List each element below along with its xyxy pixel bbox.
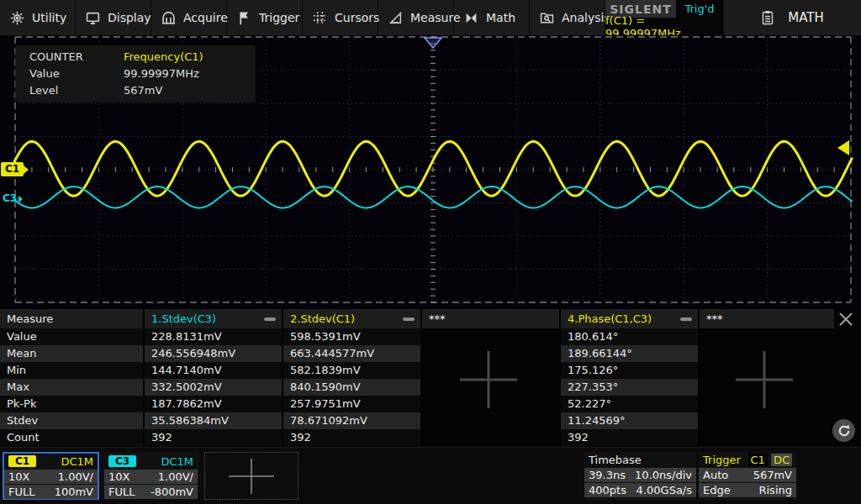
channel-c1-attenuation: 10X — [8, 470, 29, 483]
channel-c1-coupling: DC1M — [61, 455, 93, 468]
menu-acquire[interactable]: Acquire — [151, 0, 227, 35]
counter-title: COUNTER — [15, 50, 124, 63]
add-channel-box[interactable] — [204, 452, 298, 500]
remove-measure-icon[interactable] — [680, 318, 692, 321]
channel-c3-attenuation: 10X — [108, 470, 129, 483]
measure-cell: 228.8131mV — [145, 328, 282, 345]
math-shortcut-label: MATH — [788, 10, 823, 25]
measure-row-label: Value — [0, 328, 143, 345]
measure-column-label: 2.Stdev(C1) — [290, 309, 355, 328]
measure-cell — [422, 429, 559, 446]
measure-cell: 663.444577mV — [283, 345, 420, 362]
reset-statistics-icon[interactable] — [832, 419, 855, 442]
oscilloscope-screen: { "colors": { "yellow": "#e8e800", "cyan… — [0, 0, 861, 504]
measure-cell: 187.7862mV — [145, 396, 282, 412]
timebase-delay: 39.3ns — [589, 469, 626, 481]
measure-column-header-4[interactable]: 4.Phase(C1,C3) — [561, 309, 698, 328]
gear-icon — [10, 11, 24, 25]
measure-cell: 840.1590mV — [283, 379, 420, 396]
measure-row-label: Min — [0, 362, 143, 379]
menu-label: Display — [108, 11, 151, 24]
menu-display[interactable]: Display — [76, 0, 151, 35]
close-measure-icon[interactable] — [837, 310, 855, 328]
measure-icon — [388, 11, 403, 25]
measure-column-label: 4.Phase(C1,C3) — [568, 309, 652, 328]
measure-row-label: Stdev — [0, 412, 143, 429]
menu-math-shortcut[interactable]: MATH — [723, 0, 861, 35]
menu-trigger[interactable]: Trigger — [227, 0, 303, 35]
remove-measure-icon[interactable] — [264, 318, 276, 321]
timebase-sample-rate: 4.00GSa/s — [637, 484, 692, 496]
measure-column-header-1[interactable]: 1.Stdev(C3) — [145, 309, 282, 328]
channel-c3-box[interactable]: C3 DC1M 10X 1.00V/ FULL -800mV — [103, 452, 199, 500]
measure-panel: Measure1.Stdev(C3)2.Stdev(C1)***4.Phase(… — [0, 309, 861, 447]
measure-cell: 392 — [145, 429, 282, 446]
measure-header-label: Measure — [0, 309, 143, 328]
counter-row-value: 99.99997MHz — [124, 67, 199, 80]
timebase-box[interactable]: Timebase 39.3ns 10.0ns/div 400pts 4.00GS… — [584, 452, 696, 500]
channel-c3-scale: 1.00V/ — [158, 470, 193, 483]
measure-cell — [700, 412, 834, 429]
clipboard-icon — [761, 10, 774, 25]
measure-column-header-2[interactable]: 2.Stdev(C1) — [283, 309, 420, 328]
math-icon — [464, 11, 478, 25]
menu-analysis[interactable]: Analysis — [530, 0, 605, 35]
cursors-icon — [313, 11, 327, 25]
waveform-display: COUNTER Frequency(C1) Value 99.99997MHz … — [0, 35, 861, 309]
channel-c1-offset: 100mV — [55, 486, 93, 498]
menu-label: Measure — [410, 11, 461, 24]
channel-c3-bandwidth: FULL — [108, 486, 135, 498]
measure-cell: 78.671092mV — [283, 412, 420, 429]
measure-cell: 189.66144° — [561, 345, 698, 362]
plus-icon — [227, 457, 276, 496]
channel-c1-box[interactable]: C1 DC1M 10X 1.00V/ FULL 100mV — [3, 452, 99, 500]
measure-cell: 257.9751mV — [283, 396, 420, 412]
measure-column-header-5[interactable]: *** — [700, 309, 834, 328]
measure-column-header-3[interactable]: *** — [422, 309, 559, 328]
channel-c1-position-marker[interactable]: C1 — [1, 162, 29, 176]
counter-row-label: Value — [15, 67, 124, 80]
measure-cell: 598.5391mV — [283, 328, 420, 345]
menu-math[interactable]: Math — [454, 0, 530, 35]
measure-cell: 392 — [283, 429, 420, 446]
channel-c1-badge: C1 — [8, 455, 36, 467]
measure-cell: 52.227° — [561, 396, 698, 412]
counter-frequency-readout: f(C1) = 99.99997MHz — [605, 18, 723, 35]
measure-cell: 392 — [561, 429, 698, 446]
measure-row-label: Count — [0, 429, 143, 446]
trigger-title: Trigger — [703, 454, 741, 466]
bottom-status-bar: C1 DC1M 10X 1.00V/ FULL 100mV C3 DC1M 10… — [0, 447, 861, 504]
menu-label: Cursors — [335, 11, 379, 24]
measure-row-label: Pk-Pk — [0, 396, 143, 412]
channel-c3-offset: -800mV — [151, 486, 193, 498]
trigger-coupling: DC — [771, 454, 792, 466]
acquire-icon — [161, 11, 176, 25]
add-measure-placeholder-1[interactable] — [455, 346, 522, 413]
menu-measure[interactable]: Measure — [378, 0, 454, 35]
remove-measure-icon[interactable] — [403, 318, 415, 321]
menu-label: Analysis — [562, 11, 610, 24]
measure-cell — [700, 328, 834, 345]
measure-cell: 144.7140mV — [145, 362, 282, 379]
trigger-level: 567mV — [753, 469, 792, 481]
measure-cell — [422, 328, 559, 345]
channel-c3-badge: C3 — [108, 455, 136, 467]
trigger-box[interactable]: Trigger C1 DC Auto 567mV Edge Rising — [699, 452, 796, 500]
measure-cell: 246.556948mV — [145, 345, 282, 362]
menu-utility[interactable]: Utility — [0, 0, 76, 35]
channel-c1-bandwidth: FULL — [8, 486, 34, 498]
menu-cursors[interactable]: Cursors — [303, 0, 378, 35]
trigger-position-marker[interactable] — [425, 38, 441, 48]
timebase-points: 400pts — [589, 484, 626, 496]
add-measure-placeholder-2[interactable] — [731, 346, 798, 413]
channel-c3-position-marker[interactable]: C3 — [3, 192, 23, 206]
measure-cell: 175.126° — [561, 362, 698, 379]
menu-label: Utility — [32, 11, 66, 24]
flag-icon — [237, 11, 251, 25]
trigger-level-marker[interactable] — [837, 140, 849, 155]
measure-cell — [700, 429, 834, 446]
measure-cell: 35.586384mV — [145, 412, 282, 429]
measure-column-label: *** — [429, 309, 446, 328]
measure-cell: 11.24569° — [561, 412, 698, 429]
measure-row-label: Mean — [0, 345, 143, 362]
